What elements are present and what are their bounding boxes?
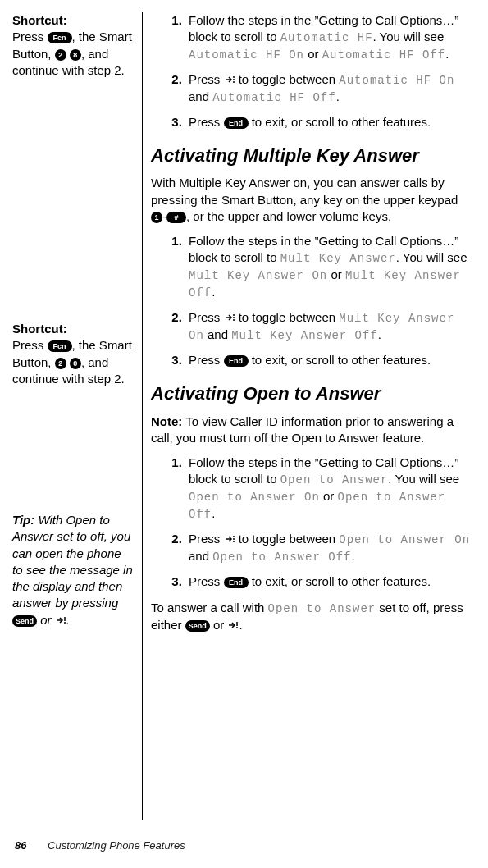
- step-text: .: [445, 47, 449, 61]
- ota-note-paragraph: Note: To view Caller ID information prio…: [151, 413, 472, 447]
- key-8-icon: 8: [70, 49, 81, 61]
- step-text: Press: [189, 353, 224, 367]
- step-text: . You will see: [388, 472, 459, 486]
- svg-point-14: [233, 538, 235, 540]
- svg-point-11: [233, 319, 235, 321]
- svg-point-10: [233, 317, 235, 318]
- body-text: or: [210, 618, 228, 632]
- autohf-steps-list: Follow the steps in the ”Getting to Call…: [151, 12, 472, 130]
- step-text: and: [189, 89, 212, 103]
- svg-point-9: [233, 314, 235, 316]
- step-text: .: [212, 506, 215, 520]
- svg-point-1: [64, 617, 66, 619]
- lcd-text: Mult Key Answer Off: [231, 329, 378, 342]
- fcn-key-icon: Fcn: [48, 340, 72, 352]
- lcd-text: Open to Answer: [280, 473, 389, 487]
- lcd-text: Automatic HF Off: [322, 48, 445, 62]
- end-key-icon: End: [224, 355, 249, 367]
- step-text: .: [351, 549, 354, 563]
- list-item: Follow the steps in the ”Getting to Call…: [185, 233, 472, 301]
- step-text: or: [327, 267, 345, 281]
- svg-point-2: [64, 619, 66, 621]
- section-heading-multiple-key-answer: Activating Multiple Key Answer: [151, 145, 472, 167]
- lcd-text: Mult Key Answer: [280, 252, 396, 265]
- lcd-text: Open to Answer On: [189, 491, 320, 504]
- scroll-icon: [224, 533, 235, 545]
- send-key-icon: Send: [12, 615, 37, 627]
- step-text: . You will see: [396, 250, 467, 264]
- body-text: To view Caller ID information prior to a…: [151, 414, 454, 445]
- step-text: to toggle between: [235, 310, 340, 324]
- key-0-icon: 0: [70, 358, 81, 369]
- step-text: or: [304, 47, 322, 61]
- spacer: [12, 95, 134, 321]
- step-text: Press: [189, 115, 224, 129]
- step-text: .: [212, 285, 215, 299]
- shortcut-block-1: Shortcut: Press Fcn, the Smart Button, 2…: [12, 12, 134, 79]
- tip-text: .: [66, 613, 70, 627]
- fcn-key-icon: Fcn: [48, 32, 72, 43]
- svg-point-13: [233, 536, 235, 537]
- chapter-title: Customizing Phone Features: [48, 839, 185, 852]
- lcd-text: Mult Key Answer On: [189, 269, 327, 282]
- key-1-icon: 1: [151, 212, 162, 223]
- tip-text: or: [37, 613, 55, 627]
- spacer: [12, 404, 134, 512]
- lcd-text: Open to Answer Off: [212, 550, 351, 564]
- ota-steps-list: Follow the steps in the ”Getting to Call…: [151, 455, 472, 590]
- step-text: to exit, or scroll to other features.: [249, 115, 431, 129]
- manual-page: Shortcut: Press Fcn, the Smart Button, 2…: [0, 0, 488, 868]
- step-text: to exit, or scroll to other features.: [249, 353, 431, 367]
- scroll-icon: [227, 619, 239, 631]
- content-row: Shortcut: Press Fcn, the Smart Button, 2…: [12, 12, 472, 820]
- body-text: , or the upper and lower volume keys.: [186, 209, 391, 223]
- scroll-icon: [55, 614, 66, 626]
- step-text: or: [320, 489, 338, 503]
- shortcut-text: Press: [12, 30, 48, 43]
- svg-point-15: [233, 541, 235, 542]
- step-text: . You will see: [373, 30, 445, 43]
- mka-intro-paragraph: With Multiple Key Answer on, you can ans…: [151, 175, 472, 225]
- list-item: Press End to exit, or scroll to other fe…: [185, 573, 472, 590]
- list-item: Follow the steps in the ”Getting to Call…: [185, 12, 472, 63]
- list-item: Press End to exit, or scroll to other fe…: [185, 114, 472, 130]
- page-number: 86: [15, 839, 26, 852]
- list-item: Press to toggle between Mult Key Answer …: [185, 309, 472, 344]
- step-text: to toggle between: [235, 72, 340, 86]
- mka-steps-list: Follow the steps in the ”Getting to Call…: [151, 233, 472, 368]
- shortcut-label: Shortcut:: [12, 13, 67, 27]
- end-key-icon: End: [224, 117, 249, 129]
- ota-closing-paragraph: To answer a call with Open to Answer set…: [151, 600, 472, 633]
- body-text: To answer a call with: [151, 601, 268, 614]
- vertical-divider: [142, 12, 143, 820]
- step-text: to toggle between: [235, 532, 340, 546]
- svg-point-3: [64, 622, 66, 624]
- scroll-icon: [224, 312, 235, 323]
- main-column: Follow the steps in the ”Getting to Call…: [151, 12, 472, 820]
- end-key-icon: End: [224, 577, 249, 588]
- key-2-icon: 2: [55, 358, 66, 369]
- shortcut-text: Press: [12, 338, 48, 352]
- list-item: Press End to exit, or scroll to other fe…: [185, 352, 472, 368]
- list-item: Press to toggle between Open to Answer O…: [185, 531, 472, 565]
- list-item: Follow the steps in the ”Getting to Call…: [185, 455, 472, 523]
- lcd-text: Automatic HF: [280, 31, 373, 44]
- scroll-icon: [224, 74, 235, 85]
- lcd-text: Automatic HF On: [189, 48, 304, 62]
- body-text: With Multiple Key Answer on, you can ans…: [151, 176, 458, 206]
- step-text: Press: [189, 574, 224, 588]
- tip-block: Tip: With Open to Answer set to off, you…: [12, 512, 134, 628]
- step-text: Press: [189, 532, 224, 546]
- step-text: Press: [189, 72, 224, 86]
- step-text: to exit, or scroll to other features.: [249, 574, 431, 588]
- step-text: .: [378, 327, 381, 341]
- tip-text: With Open to Answer set to off, you can …: [12, 513, 133, 610]
- key-2-icon: 2: [55, 49, 66, 61]
- svg-point-6: [233, 79, 235, 80]
- section-heading-open-to-answer: Activating Open to Answer: [151, 383, 472, 404]
- shortcut-label: Shortcut:: [12, 322, 67, 336]
- svg-point-5: [233, 76, 235, 78]
- lcd-text: Open to Answer On: [339, 533, 470, 546]
- key-hash-icon: #: [166, 212, 186, 223]
- step-text: and: [204, 327, 231, 341]
